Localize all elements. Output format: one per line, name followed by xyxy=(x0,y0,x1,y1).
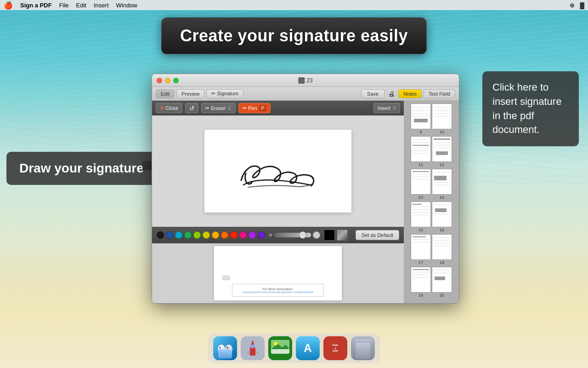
color-preview-solid[interactable] xyxy=(324,230,335,241)
thumb-group-11-12: 11 12 xyxy=(404,135,459,168)
thumb-num-12: 12 xyxy=(440,162,444,167)
thumb-img-14 xyxy=(432,169,452,195)
color-swatch-pink[interactable] xyxy=(239,231,247,239)
menubar: 🍎 Sign a PDF File Edit Insert Window ⊕ ▓ xyxy=(0,0,588,10)
dock-appstore[interactable]: A xyxy=(296,336,320,360)
thumb-item-16[interactable]: 16 xyxy=(432,201,452,232)
doc-icon-row xyxy=(218,276,230,280)
thumb-img-16 xyxy=(432,201,452,227)
color-swatch-violet[interactable] xyxy=(258,231,265,239)
color-swatch-amber[interactable] xyxy=(212,231,219,239)
preview-tab[interactable]: Preview xyxy=(176,89,204,98)
thumb-item-18[interactable]: 18 xyxy=(432,234,452,265)
insert-btn[interactable]: Insert S xyxy=(373,103,400,113)
sidebar-thumbnails[interactable]: 9 10 xyxy=(404,101,459,303)
dock-rocket[interactable] xyxy=(241,336,265,360)
size-small-icon xyxy=(269,233,272,237)
menubar-app-name[interactable]: Sign a PDF xyxy=(20,2,52,9)
dock-signpdf[interactable]: SignaPDF xyxy=(323,336,347,360)
rotate-btn[interactable]: ↺ xyxy=(185,103,198,113)
thumb-item-15[interactable]: 15 xyxy=(411,201,431,232)
appstore-icon: A xyxy=(296,336,320,360)
menubar-edit[interactable]: Edit xyxy=(76,2,86,9)
thumb-num-13: 13 xyxy=(418,195,423,200)
eraser-label: Eraser xyxy=(211,105,226,111)
apple-menu[interactable]: 🍎 xyxy=(4,1,13,10)
thumb-item-20[interactable]: 20 xyxy=(432,267,452,298)
set-default-button[interactable]: Set as Default xyxy=(356,230,399,240)
thumb-img-19 xyxy=(411,267,431,293)
thumb-item-19[interactable]: 19 xyxy=(411,267,431,298)
color-preview-watercolor[interactable] xyxy=(337,230,348,241)
thumb-num-14: 14 xyxy=(440,195,444,200)
thumb-num-11: 11 xyxy=(418,162,423,167)
thumb-item-17[interactable]: 17 xyxy=(411,234,431,265)
color-size-slider-area xyxy=(269,231,320,239)
thumb-item-10[interactable]: 10 xyxy=(432,104,452,134)
textfield-button[interactable]: Text Field xyxy=(424,89,455,98)
window-titlebar: 23 xyxy=(152,74,459,87)
wifi-icon[interactable]: ⊕ xyxy=(570,2,575,9)
svg-rect-8 xyxy=(250,348,255,356)
insert-label: Insert xyxy=(378,105,390,111)
eraser-icon: ✏ xyxy=(205,105,209,111)
thumb-group-15-16: 15 16 xyxy=(404,201,459,233)
notes-button[interactable]: Notes xyxy=(398,89,422,98)
thumb-item-13[interactable]: 13 xyxy=(411,169,431,200)
thumb-item-9[interactable]: 9 xyxy=(411,104,431,134)
thumb-img-11 xyxy=(411,136,431,162)
draw-callout-text: Draw your signature xyxy=(19,161,144,176)
doc-title-text: For More Information: xyxy=(243,288,313,291)
doc-url-text: www.packtpub.com/cocoa-and-objective-c-c… xyxy=(243,291,313,293)
drawing-area[interactable] xyxy=(152,115,404,227)
close-label: Close xyxy=(165,105,178,111)
print-icon[interactable]: 🖨 xyxy=(386,90,396,98)
svg-point-3 xyxy=(225,345,232,354)
menubar-window[interactable]: Window xyxy=(116,2,137,9)
window-title: 23 xyxy=(298,77,312,84)
thumb-num-20: 20 xyxy=(440,293,444,298)
dock-finder[interactable] xyxy=(213,336,237,360)
thumb-num-9: 9 xyxy=(419,130,422,134)
color-swatch-orange[interactable] xyxy=(221,231,228,239)
color-swatch-purple[interactable] xyxy=(249,231,256,239)
color-swatch-yellow[interactable] xyxy=(203,231,210,239)
thumb-item-14[interactable]: 14 xyxy=(432,169,452,200)
dock-trash[interactable] xyxy=(351,336,375,360)
thumb-item-12[interactable]: 12 xyxy=(432,136,452,167)
eraser-btn[interactable]: ✏ Eraser E xyxy=(201,103,236,113)
close-button[interactable] xyxy=(157,78,162,83)
minimize-button[interactable] xyxy=(165,78,170,83)
color-swatch-blue[interactable] xyxy=(166,231,173,239)
pen-btn[interactable]: ✏ Pen P xyxy=(238,103,271,113)
svg-point-16 xyxy=(274,342,277,345)
close-drawing-btn[interactable]: ✕ Close xyxy=(156,103,182,113)
color-swatch-red[interactable] xyxy=(230,231,237,239)
pen-key: P xyxy=(259,105,266,111)
maximize-button[interactable] xyxy=(173,78,179,83)
signature-btn[interactable]: ✏ Signature xyxy=(206,89,243,98)
dock-photos[interactable] xyxy=(268,336,292,360)
thumb-item-11[interactable]: 11 xyxy=(411,136,431,167)
window-icon xyxy=(298,77,305,84)
color-swatch-lime[interactable] xyxy=(193,231,201,239)
click-callout-text: Click here to insert signature in the pd… xyxy=(492,81,561,135)
thumb-img-17 xyxy=(411,234,431,260)
rocket-icon xyxy=(241,336,265,360)
save-button[interactable]: Save xyxy=(361,89,384,98)
thumb-group-19-20: 19 20 xyxy=(404,266,459,299)
menubar-insert[interactable]: Insert xyxy=(94,2,109,9)
menubar-file[interactable]: File xyxy=(59,2,69,9)
color-swatch-cyan[interactable] xyxy=(175,231,182,239)
thumb-img-13 xyxy=(411,169,431,195)
color-swatch-green[interactable] xyxy=(184,231,192,239)
thumb-group-13-14: 13 14 xyxy=(404,168,459,201)
size-large-icon xyxy=(313,231,320,239)
thumb-img-20 xyxy=(432,267,452,293)
doc-page: For More Information: www.packtpub.com/c… xyxy=(214,246,342,301)
edit-tab[interactable]: Edit xyxy=(156,89,175,98)
window-toolbar: Edit Preview ✏ Signature Save 🖨 Notes Te… xyxy=(152,87,459,101)
size-slider[interactable] xyxy=(274,233,311,237)
menubar-right: ⊕ ▓ xyxy=(570,2,584,9)
color-swatch-black[interactable] xyxy=(157,231,164,239)
